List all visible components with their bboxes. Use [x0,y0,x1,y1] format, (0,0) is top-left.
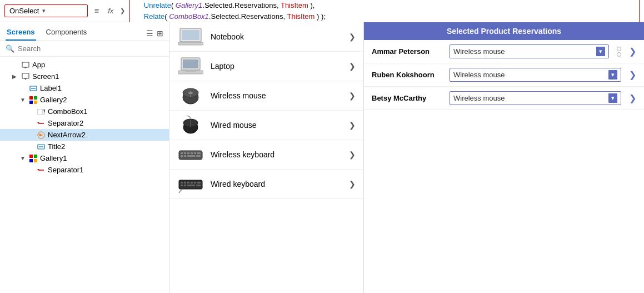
res-nav-arrow-ruben[interactable]: ❯ [629,69,636,80]
gallery2-icon [29,96,38,104]
laptop-arrow-icon: ❯ [349,62,356,71]
svg-rect-11 [34,101,37,104]
wired-mouse-arrow-icon: ❯ [349,121,356,130]
svg-rect-60 [181,185,183,186]
svg-rect-3 [22,73,29,78]
gallery-list: Notebook ❯ Laptop ❯ [169,22,363,293]
svg-rect-51 [187,155,195,157]
tree-item-combobox1[interactable]: ▾ ComboBox1 [0,106,169,117]
svg-rect-32 [183,59,198,68]
fx-arrow-icon: ❯ [120,7,125,14]
svg-rect-29 [182,30,199,40]
res-nav-arrow-ammar[interactable]: ❯ [629,46,636,57]
list-view-icon[interactable]: ☰ [146,29,153,38]
tree-arrow-gallery2: ▼ [20,97,27,103]
tree-item-separator1[interactable]: Separator1 [0,164,169,176]
svg-rect-57 [191,182,193,183]
svg-rect-46 [191,152,193,154]
res-dropdown-btn-betsy[interactable]: ▾ [608,93,617,103]
wired-keyboard-arrow-icon: ❯ [349,180,356,188]
tree-label-gallery2: Gallery2 [40,96,67,104]
tab-components[interactable]: Components [45,26,88,41]
gallery-item-wireless-mouse[interactable]: Wireless mouse ❯ [169,81,363,111]
res-circle-bot-ammar [617,52,621,57]
svg-rect-56 [187,182,189,183]
svg-point-38 [188,92,193,94]
tree-label-label1: Label1 [40,84,62,92]
svg-text:▾: ▾ [43,109,45,115]
svg-rect-58 [194,182,196,183]
sidebar-tabs: Screens Components ☰ ⊞ [0,22,169,41]
tree-label-gallery1: Gallery1 [40,154,67,162]
app-icon [21,61,30,69]
wired-mouse-image [177,115,204,135]
res-dropdown-ammar[interactable]: Wireless mouse ▾ [450,44,609,58]
sidebar: Screens Components ☰ ⊞ 🔍 App ▶ [0,22,169,293]
separator1-icon [37,166,46,174]
res-dropdown-btn-ammar[interactable]: ▾ [596,47,605,56]
reservations-panel: Selected Product Reservations Ammar Pete… [364,22,644,293]
wired-keyboard-image [177,174,204,194]
notebook-name: Notebook [211,32,342,41]
equals-sign: = [92,7,101,16]
svg-rect-0 [22,62,29,67]
svg-rect-55 [184,182,186,183]
tree-item-title2[interactable]: Title2 [0,141,169,152]
tree-item-app[interactable]: App [0,59,169,71]
svg-rect-48 [197,152,201,154]
res-dropdown-btn-ruben[interactable]: ▾ [608,70,617,80]
grid-view-icon[interactable]: ⊞ [157,29,163,38]
wireless-mouse-arrow-icon: ❯ [349,91,356,100]
gallery-item-wired-mouse[interactable]: Wired mouse ❯ [169,111,363,140]
reservations-header: Selected Product Reservations [364,22,644,40]
svg-rect-49 [181,155,183,157]
gallery-item-notebook[interactable]: Notebook ❯ [169,22,363,52]
gallery-item-wireless-keyboard[interactable]: Wireless keyboard ❯ [169,140,363,170]
tree-item-screen1[interactable]: ▶ Screen1 [0,71,169,82]
laptop-name: Laptop [211,62,342,71]
tree-arrow-gallery1: ▼ [20,155,27,161]
tree-item-nextarrow2[interactable]: NextArrow2 [0,129,169,141]
wireless-mouse-name: Wireless mouse [211,91,342,100]
search-input[interactable] [18,44,163,53]
wireless-keyboard-name: Wireless keyboard [211,150,342,159]
wired-keyboard-name: Wired keyboard [211,180,342,188]
wired-mouse-name: Wired mouse [211,121,342,130]
tree-item-gallery1[interactable]: ▼ Gallery1 [0,152,169,164]
svg-rect-8 [29,96,33,100]
gallery-item-wired-keyboard[interactable]: Wired keyboard ❯ [169,170,363,199]
res-dropdown-val-ammar: Wireless mouse [453,47,594,56]
res-name-betsy: Betsy McCarthy [372,94,444,102]
notebook-image [177,27,204,47]
wireless-keyboard-arrow-icon: ❯ [349,150,356,159]
tree-item-separator2[interactable]: Separator2 [0,117,169,129]
wireless-mouse-image [177,86,204,106]
tree-item-label1[interactable]: Label1 [0,82,169,94]
reservation-row-ruben: Ruben Kokshoorn Wireless mouse ▾ ❯ [364,63,644,87]
tree-arrow-screen1: ▶ [12,73,19,80]
svg-rect-44 [184,152,186,154]
svg-rect-43 [181,152,183,154]
search-box: 🔍 [0,41,169,57]
tree-label-title2: Title2 [48,142,65,151]
top-bar: OnSelect ▾ = fx ❯ If( IsBlank( ComboBox1… [0,0,644,22]
selector-chevron-icon: ▾ [42,7,46,14]
svg-rect-50 [184,155,186,157]
formula-selector[interactable]: OnSelect ▾ [4,4,88,17]
svg-rect-25 [34,159,37,162]
tree-label-screen1: Screen1 [32,72,59,81]
svg-rect-10 [29,101,33,104]
search-icon: 🔍 [6,44,14,53]
tree-item-gallery2[interactable]: ▼ Gallery2 [0,94,169,106]
res-nav-arrow-betsy[interactable]: ❯ [629,93,636,103]
svg-rect-54 [181,182,183,183]
res-dropdown-betsy[interactable]: Wireless mouse ▾ [450,91,621,105]
res-dropdown-ruben[interactable]: Wireless mouse ▾ [450,68,621,82]
tab-screens[interactable]: Screens [6,26,36,41]
gallery-item-laptop[interactable]: Laptop ❯ [169,52,363,81]
tree-label-nextarrow2: NextArrow2 [48,131,86,139]
svg-rect-34 [186,71,196,72]
res-circles-ammar [617,47,621,57]
tree-label-app: App [32,61,45,69]
svg-rect-47 [194,152,196,154]
